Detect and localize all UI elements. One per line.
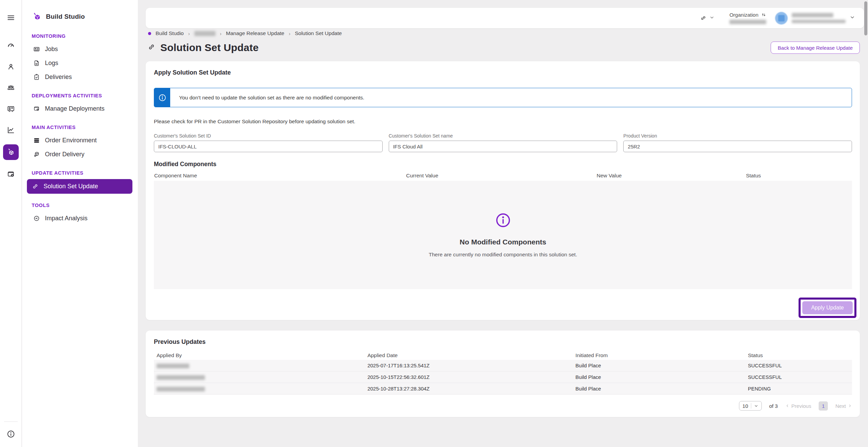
sidebar-item-logs[interactable]: Logs (32, 56, 130, 70)
product-version-input[interactable] (623, 141, 852, 152)
build-studio-app: Build Studio MONITORING Jobs Logs Delive… (0, 0, 868, 447)
sidebar-item-deliveries[interactable]: Deliveries (32, 70, 130, 84)
sidebar: Build Studio MONITORING Jobs Logs Delive… (22, 0, 138, 447)
initiated-from: Build Place (573, 386, 745, 392)
sort-icon (761, 12, 766, 17)
sidebar-item-jobs[interactable]: Jobs (32, 42, 130, 56)
section-label-monitoring: MONITORING (32, 33, 130, 39)
impact-analysis-icon (33, 215, 40, 222)
content-area: Organization Build Studio › › Manage R (138, 0, 868, 447)
section-label-tools: TOOLS (32, 203, 130, 208)
breadcrumb: Build Studio › › Manage Release Update ›… (148, 30, 342, 36)
sidebar-item-label: Solution Set Update (44, 183, 98, 190)
app-logo[interactable]: Build Studio (32, 12, 130, 22)
column-header: Component Name (154, 173, 406, 179)
empty-state-title: No Modified Components (460, 238, 546, 246)
apply-solution-set-update-card: Apply Solution Set Update You don't need… (146, 61, 860, 320)
chevron-right-icon: › (188, 31, 190, 36)
applied-date: 2025-10-15T22:56:32.601Z (365, 374, 573, 380)
field-label: Customer's Solution Set name (389, 133, 617, 139)
previous-page-button[interactable]: Previous (785, 403, 811, 409)
status-value: PENDING (745, 386, 852, 392)
applied-date: 2025-10-28T13:27:28.304Z (365, 386, 573, 392)
user-icon[interactable] (4, 60, 18, 74)
organization-selector[interactable]: Organization (729, 12, 766, 24)
section-label-main-activities: MAIN ACTIVITIES (32, 125, 130, 130)
column-header: Applied By (154, 352, 365, 358)
current-page-button[interactable]: 1 (819, 401, 828, 411)
organization-label: Organization (729, 12, 758, 18)
order-environment-icon (33, 137, 40, 144)
pr-check-note: Please check for PR in the Customer Solu… (154, 118, 852, 125)
table-row[interactable]: 2025-10-15T22:56:32.601Z Build Place SUC… (154, 371, 852, 383)
logs-icon (33, 60, 40, 67)
column-header: Current Value (406, 173, 597, 179)
user-email-redacted (792, 20, 846, 23)
section-label-update-activities: UPDATE ACTIVITIES (32, 170, 130, 176)
applied-by-redacted (157, 387, 205, 392)
previous-label: Previous (791, 403, 811, 409)
avatar (775, 12, 788, 25)
jobs-icon (33, 46, 40, 53)
page-total-label: of 3 (769, 403, 778, 409)
modified-components-title: Modified Components (154, 160, 852, 168)
team-icon[interactable] (4, 81, 18, 95)
solution-set-id-input[interactable] (154, 141, 383, 152)
hamburger-menu-icon[interactable] (4, 11, 18, 25)
table-row[interactable]: 2025-07-17T16:13:25.541Z Build Place SUC… (154, 360, 852, 371)
status-dot (148, 32, 151, 35)
page-size-value: 10 (742, 403, 748, 409)
sidebar-item-label: Jobs (45, 46, 58, 53)
page-size-select[interactable]: 10 (739, 401, 762, 411)
initiated-from: Build Place (573, 374, 745, 380)
column-header: Status (746, 173, 852, 179)
build-studio-active-icon[interactable] (3, 144, 19, 160)
banner-icon-box (154, 88, 170, 107)
app-name: Build Studio (46, 13, 85, 20)
solution-set-name-input[interactable] (389, 141, 617, 152)
user-name-redacted (792, 13, 833, 17)
breadcrumb-build-studio[interactable]: Build Studio (156, 30, 184, 36)
help-info-icon[interactable] (4, 427, 18, 441)
wallet-settings-icon[interactable] (4, 167, 18, 181)
deliveries-icon (33, 74, 40, 81)
solution-set-update-icon (32, 183, 39, 190)
dashboard-gauge-icon[interactable] (4, 39, 18, 52)
table-row[interactable]: 2025-10-28T13:27:28.304Z Build Place PEN… (154, 383, 852, 395)
sidebar-item-label: Order Delivery (45, 151, 84, 158)
back-to-manage-release-update-button[interactable]: Back to Manage Release Update (771, 42, 860, 54)
icon-rail (0, 0, 22, 447)
divider (751, 403, 751, 409)
apply-section-title: Apply Solution Set Update (154, 69, 852, 76)
sidebar-item-label: Logs (45, 60, 58, 67)
quick-links-dropdown[interactable] (700, 15, 714, 21)
scrollbar-thumb[interactable] (864, 1, 867, 35)
applied-by-redacted (157, 364, 189, 368)
chevron-left-icon (785, 404, 789, 408)
user-menu[interactable] (775, 12, 855, 25)
next-page-button[interactable]: Next (835, 403, 852, 409)
organization-value-redacted (729, 20, 766, 24)
section-label-deployments-activities: DEPLOYMENTS ACTIVITIES (32, 93, 130, 98)
sidebar-item-impact-analysis[interactable]: Impact Analysis (32, 211, 130, 225)
pagination: 10 of 3 Previous 1 Next (154, 401, 852, 411)
apply-update-button[interactable]: Apply Update (802, 301, 853, 314)
field-solution-set-id: Customer's Solution Set ID (154, 133, 383, 152)
breadcrumb-solution-set-update[interactable]: Solution Set Update (295, 30, 342, 36)
breadcrumb-item-redacted[interactable] (194, 31, 215, 36)
board-icon[interactable] (4, 102, 18, 116)
sidebar-item-manage-deployments[interactable]: Manage Deployments (32, 102, 130, 116)
sidebar-item-order-environment[interactable]: Order Environment (32, 133, 130, 147)
manage-deployments-icon (33, 105, 40, 112)
column-header: New Value (597, 173, 746, 179)
chevron-down-icon (754, 404, 758, 408)
field-solution-set-name: Customer's Solution Set name (389, 133, 617, 152)
user-meta (792, 13, 846, 23)
sidebar-item-solution-set-update[interactable]: Solution Set Update (27, 179, 132, 194)
analytics-chart-icon[interactable] (4, 123, 18, 137)
sidebar-item-order-delivery[interactable]: Order Delivery (32, 147, 130, 161)
breadcrumb-manage-release-update[interactable]: Manage Release Update (226, 30, 284, 36)
build-studio-logo-icon (32, 12, 42, 22)
status-value: SUCCESSFUL (745, 374, 852, 380)
previous-updates-card: Previous Updates Applied By Applied Date… (146, 331, 860, 417)
